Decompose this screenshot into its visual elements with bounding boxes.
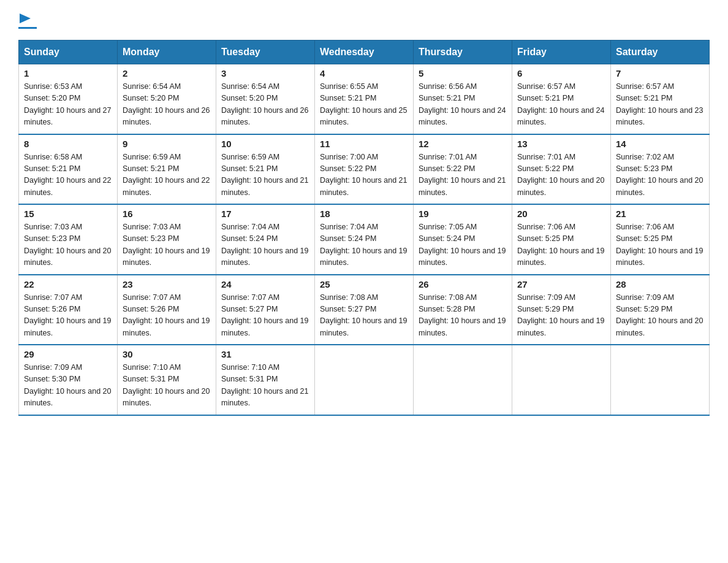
- day-info: Sunrise: 6:59 AMSunset: 5:21 PMDaylight:…: [221, 153, 308, 197]
- day-number: 20: [517, 209, 605, 219]
- calendar-cell: 25 Sunrise: 7:08 AMSunset: 5:27 PMDaylig…: [315, 275, 414, 345]
- calendar-cell: 6 Sunrise: 6:57 AMSunset: 5:21 PMDayligh…: [512, 64, 611, 134]
- day-info: Sunrise: 7:09 AMSunset: 5:29 PMDaylight:…: [517, 293, 604, 337]
- day-info: Sunrise: 7:02 AMSunset: 5:23 PMDaylight:…: [616, 153, 703, 197]
- day-number: 27: [517, 279, 605, 289]
- day-info: Sunrise: 7:09 AMSunset: 5:29 PMDaylight:…: [616, 293, 703, 337]
- day-number: 28: [616, 279, 704, 289]
- calendar-cell: 18 Sunrise: 7:04 AMSunset: 5:24 PMDaylig…: [315, 204, 414, 275]
- week-row-2: 8 Sunrise: 6:58 AMSunset: 5:21 PMDayligh…: [19, 134, 710, 205]
- calendar-cell: 19 Sunrise: 7:05 AMSunset: 5:24 PMDaylig…: [414, 204, 512, 275]
- weekday-header-sunday: Sunday: [19, 40, 118, 64]
- calendar-table: SundayMondayTuesdayWednesdayThursdayFrid…: [18, 40, 710, 416]
- week-row-4: 22 Sunrise: 7:07 AMSunset: 5:26 PMDaylig…: [19, 275, 710, 345]
- day-info: Sunrise: 7:06 AMSunset: 5:25 PMDaylight:…: [616, 223, 703, 267]
- day-info: Sunrise: 7:07 AMSunset: 5:26 PMDaylight:…: [123, 293, 210, 337]
- day-info: Sunrise: 7:01 AMSunset: 5:22 PMDaylight:…: [419, 153, 506, 197]
- day-number: 29: [24, 349, 112, 359]
- weekday-header-wednesday: Wednesday: [315, 40, 414, 64]
- day-number: 12: [419, 139, 507, 149]
- svg-marker-0: [20, 13, 31, 23]
- day-info: Sunrise: 7:05 AMSunset: 5:24 PMDaylight:…: [419, 223, 506, 267]
- day-info: Sunrise: 7:03 AMSunset: 5:23 PMDaylight:…: [123, 223, 210, 267]
- calendar-cell: 24 Sunrise: 7:07 AMSunset: 5:27 PMDaylig…: [216, 275, 315, 345]
- day-number: 23: [123, 279, 211, 289]
- calendar-cell: [315, 345, 414, 415]
- day-number: 19: [419, 209, 507, 219]
- day-number: 3: [221, 68, 309, 79]
- calendar-cell: 15 Sunrise: 7:03 AMSunset: 5:23 PMDaylig…: [19, 204, 118, 275]
- day-info: Sunrise: 7:07 AMSunset: 5:26 PMDaylight:…: [24, 293, 111, 337]
- day-number: 25: [320, 279, 408, 289]
- day-number: 31: [221, 349, 309, 359]
- calendar-cell: 17 Sunrise: 7:04 AMSunset: 5:24 PMDaylig…: [216, 204, 315, 275]
- calendar-cell: 30 Sunrise: 7:10 AMSunset: 5:31 PMDaylig…: [118, 345, 216, 415]
- week-row-1: 1 Sunrise: 6:53 AMSunset: 5:20 PMDayligh…: [19, 64, 710, 134]
- week-row-5: 29 Sunrise: 7:09 AMSunset: 5:30 PMDaylig…: [19, 345, 710, 415]
- calendar-cell: [611, 345, 710, 415]
- page-header: [18, 12, 710, 29]
- weekday-header-monday: Monday: [118, 40, 216, 64]
- day-info: Sunrise: 6:54 AMSunset: 5:20 PMDaylight:…: [123, 82, 210, 126]
- day-info: Sunrise: 6:56 AMSunset: 5:21 PMDaylight:…: [419, 82, 506, 126]
- day-number: 7: [616, 68, 704, 79]
- calendar-cell: 23 Sunrise: 7:07 AMSunset: 5:26 PMDaylig…: [118, 275, 216, 345]
- day-info: Sunrise: 7:03 AMSunset: 5:23 PMDaylight:…: [24, 223, 111, 267]
- weekday-header-friday: Friday: [512, 40, 611, 64]
- weekday-header-tuesday: Tuesday: [216, 40, 315, 64]
- day-info: Sunrise: 7:07 AMSunset: 5:27 PMDaylight:…: [221, 293, 308, 337]
- day-info: Sunrise: 7:10 AMSunset: 5:31 PMDaylight:…: [123, 363, 210, 407]
- day-info: Sunrise: 7:06 AMSunset: 5:25 PMDaylight:…: [517, 223, 604, 267]
- day-number: 15: [24, 209, 112, 219]
- day-number: 13: [517, 139, 605, 149]
- calendar-cell: 3 Sunrise: 6:54 AMSunset: 5:20 PMDayligh…: [216, 64, 315, 134]
- day-info: Sunrise: 7:08 AMSunset: 5:27 PMDaylight:…: [320, 293, 407, 337]
- day-info: Sunrise: 6:54 AMSunset: 5:20 PMDaylight:…: [221, 82, 308, 126]
- day-info: Sunrise: 6:57 AMSunset: 5:21 PMDaylight:…: [616, 82, 703, 126]
- calendar-cell: 16 Sunrise: 7:03 AMSunset: 5:23 PMDaylig…: [118, 204, 216, 275]
- day-number: 1: [24, 68, 112, 79]
- weekday-header-row: SundayMondayTuesdayWednesdayThursdayFrid…: [19, 40, 710, 64]
- day-number: 10: [221, 139, 309, 149]
- day-number: 22: [24, 279, 112, 289]
- calendar-cell: 27 Sunrise: 7:09 AMSunset: 5:29 PMDaylig…: [512, 275, 611, 345]
- day-number: 24: [221, 279, 309, 289]
- calendar-cell: 2 Sunrise: 6:54 AMSunset: 5:20 PMDayligh…: [118, 64, 216, 134]
- day-info: Sunrise: 7:00 AMSunset: 5:22 PMDaylight:…: [320, 153, 407, 197]
- calendar-cell: 21 Sunrise: 7:06 AMSunset: 5:25 PMDaylig…: [611, 204, 710, 275]
- day-number: 16: [123, 209, 211, 219]
- day-info: Sunrise: 7:10 AMSunset: 5:31 PMDaylight:…: [221, 363, 308, 407]
- calendar-cell: 4 Sunrise: 6:55 AMSunset: 5:21 PMDayligh…: [315, 64, 414, 134]
- calendar-cell: 14 Sunrise: 7:02 AMSunset: 5:23 PMDaylig…: [611, 134, 710, 205]
- day-info: Sunrise: 6:55 AMSunset: 5:21 PMDaylight:…: [320, 82, 407, 126]
- day-number: 30: [123, 349, 211, 359]
- week-row-3: 15 Sunrise: 7:03 AMSunset: 5:23 PMDaylig…: [19, 204, 710, 275]
- weekday-header-thursday: Thursday: [414, 40, 512, 64]
- day-number: 8: [24, 139, 112, 149]
- day-info: Sunrise: 7:09 AMSunset: 5:30 PMDaylight:…: [24, 363, 111, 407]
- calendar-cell: 7 Sunrise: 6:57 AMSunset: 5:21 PMDayligh…: [611, 64, 710, 134]
- day-info: Sunrise: 6:59 AMSunset: 5:21 PMDaylight:…: [123, 153, 210, 197]
- calendar-cell: 9 Sunrise: 6:59 AMSunset: 5:21 PMDayligh…: [118, 134, 216, 205]
- day-info: Sunrise: 6:58 AMSunset: 5:21 PMDaylight:…: [24, 153, 111, 197]
- calendar-cell: 20 Sunrise: 7:06 AMSunset: 5:25 PMDaylig…: [512, 204, 611, 275]
- day-info: Sunrise: 6:53 AMSunset: 5:20 PMDaylight:…: [24, 82, 111, 126]
- calendar-cell: 22 Sunrise: 7:07 AMSunset: 5:26 PMDaylig…: [19, 275, 118, 345]
- calendar-cell: [512, 345, 611, 415]
- calendar-cell: 26 Sunrise: 7:08 AMSunset: 5:28 PMDaylig…: [414, 275, 512, 345]
- day-info: Sunrise: 6:57 AMSunset: 5:21 PMDaylight:…: [517, 82, 604, 126]
- calendar-cell: 10 Sunrise: 6:59 AMSunset: 5:21 PMDaylig…: [216, 134, 315, 205]
- day-number: 5: [419, 68, 507, 79]
- calendar-cell: 28 Sunrise: 7:09 AMSunset: 5:29 PMDaylig…: [611, 275, 710, 345]
- logo: [18, 12, 39, 29]
- day-number: 26: [419, 279, 507, 289]
- day-number: 2: [123, 68, 211, 79]
- day-number: 4: [320, 68, 408, 79]
- calendar-cell: 13 Sunrise: 7:01 AMSunset: 5:22 PMDaylig…: [512, 134, 611, 205]
- day-number: 14: [616, 139, 704, 149]
- calendar-cell: 8 Sunrise: 6:58 AMSunset: 5:21 PMDayligh…: [19, 134, 118, 205]
- logo-arrow-icon: [20, 12, 33, 25]
- day-info: Sunrise: 7:08 AMSunset: 5:28 PMDaylight:…: [419, 293, 506, 337]
- calendar-cell: 29 Sunrise: 7:09 AMSunset: 5:30 PMDaylig…: [19, 345, 118, 415]
- day-number: 21: [616, 209, 704, 219]
